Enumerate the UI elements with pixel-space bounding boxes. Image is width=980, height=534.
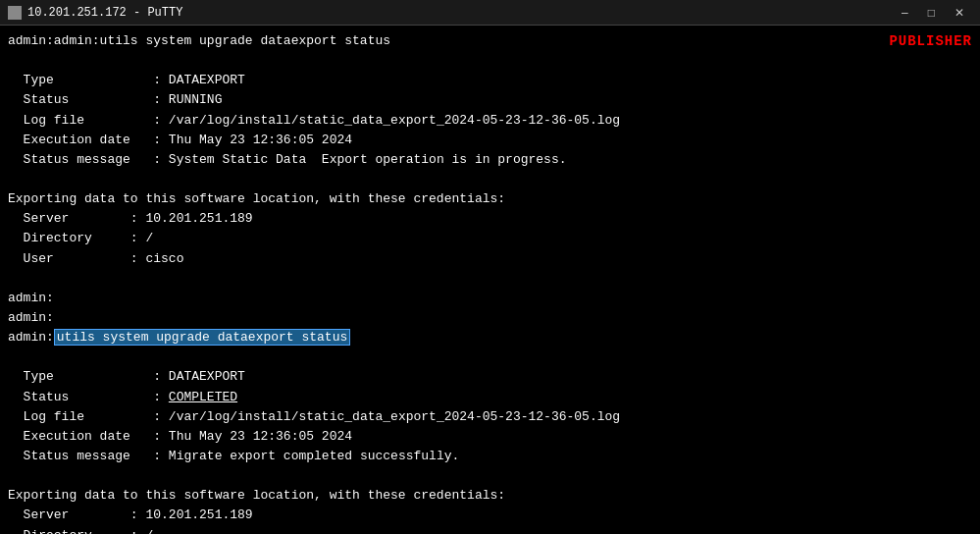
terminal-line [8,269,972,289]
terminal-line: admin: [8,289,972,308]
terminal-line: admin:utils system upgrade dataexport st… [8,328,972,347]
terminal-line: admin: [8,308,972,328]
terminal-line: admin:admin:utils system upgrade dataexp… [8,31,972,51]
publisher-label: PUBLISHER [889,31,972,53]
terminal-line: Server : 10.201.251.189 [8,506,972,525]
terminal-line: Exporting data to this software location… [8,189,972,209]
title-bar: 10.201.251.172 - PuTTY – □ ✕ [0,0,980,26]
close-button[interactable]: ✕ [947,3,972,23]
title-bar-text: 10.201.251.172 - PuTTY [27,6,182,20]
terminal-line: Status : COMPLETED [8,388,972,407]
terminal-line: Execution date : Thu May 23 12:36:05 202… [8,427,972,447]
terminal-line: Directory : / [8,229,972,248]
title-bar-left: 10.201.251.172 - PuTTY [8,6,182,20]
maximize-button[interactable]: □ [920,3,943,23]
terminal-line: User : cisco [8,249,972,269]
terminal-line [8,466,972,486]
minimize-button[interactable]: – [894,3,916,23]
terminal-line: Status message : System Static Data Expo… [8,150,972,170]
command-highlight: utils system upgrade dataexport status [54,329,350,346]
terminal-line [8,51,972,71]
terminal-line: Status : RUNNING [8,90,972,110]
terminal-line: Type : DATAEXPORT [8,367,972,387]
terminal: PUBLISHER admin:admin:utils system upgra… [0,26,980,534]
terminal-line: Status message : Migrate export complete… [8,447,972,466]
terminal-line: Log file : /var/log/install/static_data_… [8,111,972,131]
terminal-line: Execution date : Thu May 23 12:36:05 202… [8,131,972,150]
title-bar-controls: – □ ✕ [894,3,972,23]
terminal-line: Type : DATAEXPORT [8,71,972,90]
terminal-line: Directory : / [8,526,972,534]
terminal-line: Exporting data to this software location… [8,486,972,506]
terminal-line: Server : 10.201.251.189 [8,209,972,229]
terminal-line [8,347,972,367]
terminal-line [8,170,972,189]
terminal-line: Log file : /var/log/install/static_data_… [8,407,972,427]
putty-icon [8,6,22,20]
